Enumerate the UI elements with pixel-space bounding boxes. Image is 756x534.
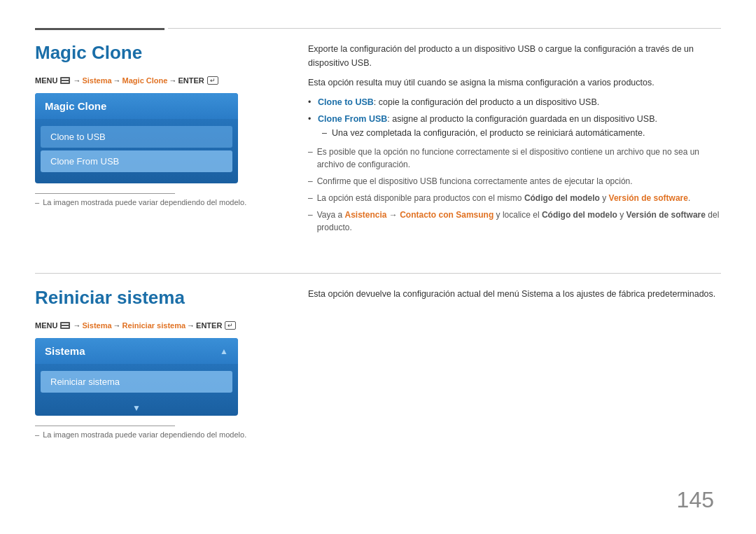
dash3-suffix: . bbox=[688, 193, 690, 203]
reiniciar-menu-path: MENU → Sistema → Reiniciar sistema → ENT… bbox=[35, 321, 287, 330]
dash4-link1: Asistencia bbox=[345, 210, 387, 220]
magic-clone-right-section: Exporte la configuración del producto a … bbox=[308, 42, 721, 238]
clone-from-usb-desc: : asigne al producto la configuración gu… bbox=[387, 114, 657, 124]
dash4-mid: y localice el bbox=[493, 210, 542, 220]
reiniciar-enter-icon: ↵ bbox=[225, 321, 236, 330]
top-line-dark bbox=[35, 28, 164, 30]
clone-to-usb-item[interactable]: Clone to USB bbox=[41, 126, 232, 148]
dash-note-2: Confirme que el dispositivo USB funciona… bbox=[308, 175, 721, 188]
dash3-bold1: Código del modelo bbox=[524, 193, 600, 203]
reiniciar-left-section: Reiniciar sistema MENU → Sistema → Reini… bbox=[35, 287, 287, 439]
clone-from-usb-item[interactable]: Clone From USB bbox=[41, 150, 232, 172]
menu-path-magic-clone: Magic Clone bbox=[122, 76, 168, 85]
dash-note-1: Es posible que la opción no funcione cor… bbox=[308, 146, 721, 171]
magic-clone-desc2: Esta opción resulta muy útil cuando se a… bbox=[308, 76, 721, 90]
reiniciar-right-section: Esta opción devuelve la configuración ac… bbox=[308, 287, 721, 307]
dash-note-1-text: Es posible que la opción no funcione cor… bbox=[317, 146, 721, 171]
clone-from-usb-label: Clone From USB bbox=[318, 114, 387, 124]
bullet-item-clone-from-usb: Clone From USB: asigne al producto la co… bbox=[308, 112, 721, 140]
magic-clone-panel: Magic Clone Clone to USB Clone From USB bbox=[35, 93, 238, 183]
reiniciar-divider bbox=[35, 426, 175, 426]
magic-clone-divider bbox=[35, 193, 175, 194]
bullet-item-clone-to-usb: Clone to USB: copie la configuración del… bbox=[308, 95, 721, 109]
reiniciar-menu-icon bbox=[60, 322, 70, 329]
menu-path-sistema: Sistema bbox=[82, 76, 111, 85]
dash-note-3: La opción está disponible para productos… bbox=[308, 192, 721, 204]
magic-clone-left-section: Magic Clone MENU → Sistema → Magic Clone… bbox=[35, 42, 287, 206]
magic-clone-note-text: La imagen mostrada puede variar dependie… bbox=[43, 198, 246, 206]
arrow-down-icon: ▼ bbox=[132, 403, 141, 413]
dash-note-4: Vaya a Asistencia → Contacto con Samsung… bbox=[308, 209, 721, 234]
enter-icon: ↵ bbox=[207, 76, 218, 85]
dash3-mid: y bbox=[600, 193, 609, 203]
page-number: 145 bbox=[677, 487, 714, 513]
sub-bullet-restart: Una vez completada la configuración, el … bbox=[318, 126, 721, 140]
menu-path-prefix: MENU bbox=[35, 76, 57, 85]
arrow-up-icon: ▲ bbox=[220, 346, 228, 356]
dash-note-2-text: Confirme que el dispositivo USB funciona… bbox=[317, 175, 633, 188]
magic-clone-title: Magic Clone bbox=[35, 42, 287, 64]
magic-clone-desc1: Exporte la configuración del producto a … bbox=[308, 42, 721, 70]
arrow-down-container: ▼ bbox=[35, 400, 238, 416]
menu-icon bbox=[60, 77, 70, 84]
reiniciar-title: Reiniciar sistema bbox=[35, 287, 287, 309]
dash4-arrow: → bbox=[387, 210, 400, 220]
reiniciar-note-text: La imagen mostrada puede variar dependie… bbox=[43, 430, 246, 439]
dash4-prefix: Vaya a bbox=[317, 210, 345, 220]
bottom-divider bbox=[35, 273, 721, 274]
clone-to-usb-label: Clone to USB bbox=[318, 97, 374, 107]
reiniciar-menu-sistema: Sistema bbox=[82, 321, 111, 330]
top-line-light bbox=[168, 28, 721, 29]
reiniciar-menu-enter: ENTER bbox=[196, 321, 222, 330]
reiniciar-sistema-item[interactable]: Reiniciar sistema bbox=[41, 371, 232, 393]
reiniciar-desc: Esta opción devuelve la configuración ac… bbox=[308, 287, 721, 301]
dash4-bold2: Versión de software bbox=[626, 210, 706, 220]
menu-path-enter: ENTER bbox=[178, 76, 204, 85]
reiniciar-panel-header-text: Sistema bbox=[45, 345, 85, 357]
dash4-bold1: Código del modelo bbox=[542, 210, 617, 220]
reiniciar-panel-header: Sistema ▲ bbox=[35, 338, 238, 364]
dash3-bold2: Versión de software bbox=[609, 193, 688, 203]
reiniciar-menu-prefix: MENU bbox=[35, 321, 57, 330]
reiniciar-menu-reiniciar: Reiniciar sistema bbox=[122, 321, 186, 330]
reiniciar-note: – La imagen mostrada puede variar depend… bbox=[35, 430, 287, 439]
panel-header: Magic Clone bbox=[35, 93, 238, 119]
clone-to-usb-desc: : copie la configuración del producto a … bbox=[374, 97, 599, 107]
dash4-mid2: y bbox=[617, 210, 626, 220]
magic-clone-bullet-list: Clone to USB: copie la configuración del… bbox=[308, 95, 721, 140]
magic-clone-note: – La imagen mostrada puede variar depend… bbox=[35, 198, 287, 206]
dash3-prefix: La opción está disponible para productos… bbox=[317, 193, 524, 203]
dash4-link2: Contacto con Samsung bbox=[400, 210, 493, 220]
reiniciar-panel: Sistema ▲ Reiniciar sistema ▼ bbox=[35, 338, 238, 416]
magic-clone-menu-path: MENU → Sistema → Magic Clone → ENTER ↵ bbox=[35, 76, 287, 85]
